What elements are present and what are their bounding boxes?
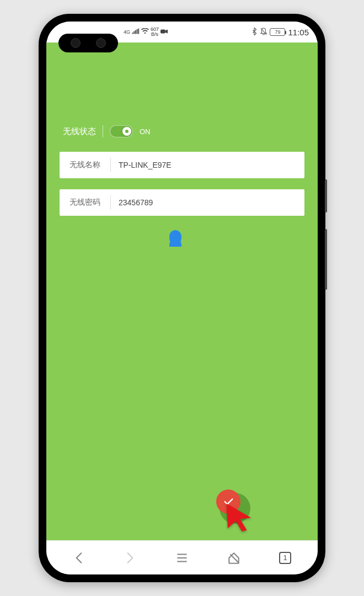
network-type-label: 4G [124, 29, 130, 35]
battery-icon: 79 [270, 28, 285, 36]
wifi-status-row: 无线状态 ON [60, 125, 304, 137]
screen: 4G 607 B/s [46, 22, 318, 574]
nav-menu-button[interactable] [169, 545, 195, 571]
tabs-count: 1 [283, 554, 287, 562]
nav-home-button[interactable] [221, 545, 247, 571]
clock: 11:05 [288, 28, 309, 37]
wifi-password-input[interactable] [111, 189, 304, 216]
wifi-settings-page: 无线状态 ON 无线名称 无线密码 [46, 42, 318, 540]
svg-line-5 [230, 554, 238, 562]
text-cursor-handle-icon[interactable] [169, 230, 181, 247]
wifi-icon [141, 28, 149, 36]
camera-cutout [58, 34, 118, 52]
wifi-password-label: 无线密码 [60, 198, 110, 207]
browser-bottom-nav: 1 [46, 540, 318, 574]
toggle-knob [122, 127, 131, 136]
wifi-name-row: 无线名称 [60, 152, 304, 178]
phone-frame: 4G 607 B/s [39, 14, 325, 582]
network-speed: 607 B/s [151, 27, 159, 37]
video-icon [160, 29, 168, 35]
divider [103, 125, 103, 137]
hardware-side-buttons [325, 179, 327, 290]
tutorial-pointer-arrow-icon [223, 501, 254, 531]
nav-back-button[interactable] [66, 545, 92, 571]
wifi-status-label: 无线状态 [63, 126, 96, 137]
wifi-password-row: 无线密码 [60, 189, 304, 216]
bluetooth-icon [251, 28, 258, 37]
nav-forward-button[interactable] [117, 545, 143, 571]
nav-tabs-button[interactable]: 1 [272, 545, 298, 571]
toggle-on-label: ON [140, 127, 151, 136]
wifi-name-label: 无线名称 [60, 160, 110, 170]
wifi-name-input[interactable] [111, 152, 304, 178]
wifi-toggle[interactable] [110, 125, 133, 137]
mute-bell-icon [260, 28, 267, 37]
signal-icon [132, 28, 140, 36]
svg-rect-0 [160, 30, 165, 34]
